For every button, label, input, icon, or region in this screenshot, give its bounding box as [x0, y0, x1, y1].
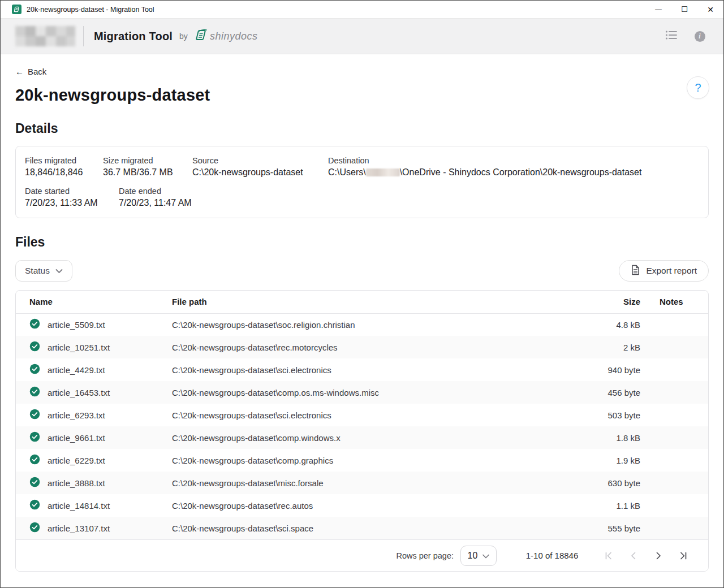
file-path: C:\20k-newsgroups-dataset\rec.autos	[172, 494, 570, 517]
app-icon	[12, 5, 21, 14]
previous-page-button[interactable]	[621, 547, 646, 565]
export-report-button[interactable]: Export report	[619, 260, 709, 282]
file-path: C:\20k-newsgroups-dataset\soc.religion.c…	[172, 313, 570, 336]
success-check-icon	[29, 386, 40, 399]
main-content: ← Back ? 20k-newsgroups-dataset Details …	[1, 54, 723, 572]
table-row: article_14814.txt C:\20k-newsgroups-data…	[16, 494, 708, 517]
file-size: 4.8 kB	[570, 313, 649, 336]
table-row: article_9661.txt C:\20k-newsgroups-datas…	[16, 426, 708, 449]
file-size: 456 byte	[570, 381, 649, 404]
redacted-username	[366, 168, 400, 176]
app-header: Migration Tool by shinydocs	[1, 18, 723, 54]
table-row: article_10251.txt C:\20k-newsgroups-data…	[16, 336, 708, 358]
file-name: article_10251.txt	[48, 343, 110, 352]
export-report-label: Export report	[646, 266, 697, 276]
file-name: article_4429.txt	[48, 365, 105, 375]
field-destination: Destination C:\Users\\OneDrive - Shinydo…	[328, 156, 699, 178]
activity-list-button[interactable]	[662, 27, 680, 45]
file-path: C:\20k-newsgroups-dataset\sci.electronic…	[172, 358, 570, 381]
table-row: article_6293.txt C:\20k-newsgroups-datas…	[16, 404, 708, 426]
next-page-button[interactable]	[646, 547, 671, 565]
maximize-button[interactable]: ☐	[671, 1, 697, 18]
file-notes	[649, 404, 708, 426]
file-size: 2 kB	[570, 336, 649, 358]
files-toolbar: Status Export report	[15, 260, 709, 282]
file-notes	[649, 336, 708, 358]
rows-per-page-value: 10	[468, 551, 478, 561]
help-icon: ?	[695, 81, 701, 94]
help-button[interactable]: ?	[687, 76, 709, 99]
pagination-range-label: 1-10 of 18846	[520, 551, 584, 560]
field-files-migrated: Files migrated 18,846/18,846	[25, 156, 103, 178]
file-path: C:\20k-newsgroups-dataset\comp.windows.x	[172, 426, 570, 449]
file-notes	[649, 381, 708, 404]
file-size: 1.9 kB	[570, 449, 649, 472]
file-path: C:\20k-newsgroups-dataset\comp.graphics	[172, 449, 570, 472]
first-page-button[interactable]	[596, 547, 621, 565]
page-title: 20k-newsgroups-dataset	[15, 86, 709, 105]
rows-per-page-select[interactable]: 10	[460, 546, 497, 566]
files-table-body: article_5509.txt C:\20k-newsgroups-datas…	[16, 313, 708, 539]
file-name: article_16453.txt	[48, 388, 110, 397]
column-header-filepath: File path	[172, 291, 570, 313]
column-header-notes: Notes	[649, 291, 708, 313]
table-row: article_6229.txt C:\20k-newsgroups-datas…	[16, 449, 708, 472]
customer-logo-redacted	[15, 26, 75, 46]
table-row: article_13107.txt C:\20k-newsgroups-data…	[16, 517, 708, 539]
file-name: article_14814.txt	[48, 501, 110, 511]
details-card: Files migrated 18,846/18,846 Size migrat…	[15, 146, 709, 218]
file-size: 630 byte	[570, 472, 649, 494]
file-name: article_6229.txt	[48, 456, 105, 465]
list-icon	[665, 30, 678, 42]
file-name: article_3888.txt	[48, 478, 105, 488]
files-heading: Files	[15, 235, 709, 250]
info-button[interactable]: i	[691, 27, 709, 45]
file-notes	[649, 358, 708, 381]
file-notes	[649, 517, 708, 539]
document-icon	[631, 265, 640, 278]
files-table-card: Name File path Size Notes article_5509.t…	[15, 290, 709, 572]
table-row: article_4429.txt C:\20k-newsgroups-datas…	[16, 358, 708, 381]
file-name: article_5509.txt	[48, 320, 105, 330]
column-header-size: Size	[570, 291, 649, 313]
file-name: article_13107.txt	[48, 524, 110, 533]
window-controls: — ☐ ✕	[645, 1, 723, 18]
file-path: C:\20k-newsgroups-dataset\misc.forsale	[172, 472, 570, 494]
close-button[interactable]: ✕	[697, 1, 723, 18]
file-size: 940 byte	[570, 358, 649, 381]
field-source: Source C:\20k-newsgroups-dataset	[192, 156, 328, 178]
success-check-icon	[29, 341, 40, 353]
pagination-bar: Rows per page: 10 1-10 of 18846	[16, 539, 708, 571]
file-notes	[649, 494, 708, 517]
success-check-icon	[29, 364, 40, 376]
file-size: 503 byte	[570, 404, 649, 426]
chevron-down-icon	[482, 551, 489, 561]
info-icon: i	[695, 31, 705, 42]
file-path: C:\20k-newsgroups-dataset\comp.os.ms-win…	[172, 381, 570, 404]
status-filter-label: Status	[25, 266, 50, 276]
file-size: 555 byte	[570, 517, 649, 539]
file-size: 1.8 kB	[570, 426, 649, 449]
file-size: 1.1 kB	[570, 494, 649, 517]
titlebar: 20k-newsgroups-dataset - Migration Tool …	[1, 1, 723, 18]
field-date-started: Date started 7/20/23, 11:33 AM	[25, 187, 119, 208]
details-heading: Details	[15, 121, 709, 136]
table-row: article_5509.txt C:\20k-newsgroups-datas…	[16, 313, 708, 336]
back-label: Back	[28, 67, 46, 76]
status-filter-button[interactable]: Status	[15, 260, 72, 282]
app-window: 20k-newsgroups-dataset - Migration Tool …	[0, 0, 724, 588]
back-link[interactable]: ← Back	[15, 67, 46, 76]
pager-controls	[596, 547, 696, 565]
success-check-icon	[29, 522, 40, 534]
files-table: Name File path Size Notes article_5509.t…	[16, 291, 708, 539]
destination-suffix: \OneDrive - Shinydocs Corporation\20k-ne…	[400, 167, 642, 177]
file-notes	[649, 449, 708, 472]
success-check-icon	[29, 499, 40, 512]
last-page-button[interactable]	[671, 547, 696, 565]
minimize-button[interactable]: —	[645, 1, 671, 18]
by-label: by	[179, 32, 188, 41]
field-date-ended: Date ended 7/20/23, 11:47 AM	[119, 187, 192, 208]
file-notes	[649, 313, 708, 336]
file-notes	[649, 472, 708, 494]
file-notes	[649, 426, 708, 449]
